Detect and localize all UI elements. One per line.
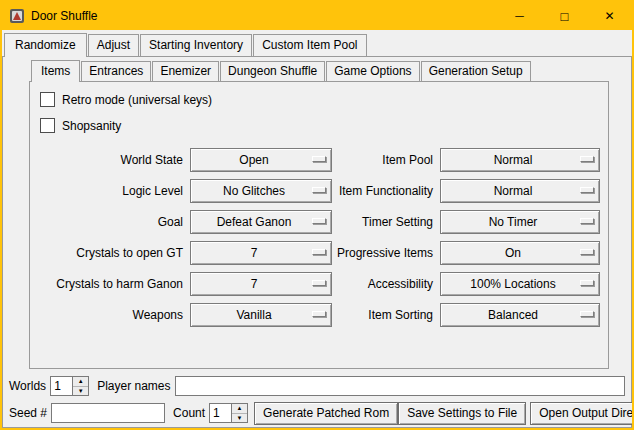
optionmenu-indicator-icon <box>580 156 594 162</box>
label-crystals-harm-ganon: Crystals to harm Ganon <box>38 277 186 291</box>
label-world-state: World State <box>38 153 186 167</box>
dropdown-value: 100% Locations <box>470 277 569 291</box>
window-controls: ─ □ ✕ <box>497 2 632 30</box>
seed-row: Seed # Count ▲ ▼ Generate Patched Rom Sa… <box>9 401 627 425</box>
dropdown-crystals-open-gt[interactable]: 7 <box>190 241 332 265</box>
checkbox-label: Retro mode (universal keys) <box>62 93 212 107</box>
count-input[interactable] <box>210 404 231 422</box>
optionmenu-indicator-icon <box>580 311 594 317</box>
seed-label: Seed # <box>9 406 47 420</box>
app-window: Door Shuffle ─ □ ✕ Randomize Adjust Star… <box>0 0 634 430</box>
main-tabbar: Randomize Adjust Starting Inventory Cust… <box>2 30 632 56</box>
dropdown-item-sorting[interactable]: Balanced <box>440 303 600 327</box>
dropdown-value: 7 <box>251 246 272 260</box>
optionmenu-indicator-icon <box>580 187 594 193</box>
titlebar[interactable]: Door Shuffle ─ □ ✕ <box>2 2 632 30</box>
label-logic-level: Logic Level <box>38 184 186 198</box>
dropdown-value: Open <box>239 153 282 167</box>
optionmenu-indicator-icon <box>312 187 326 193</box>
tab-items[interactable]: Items <box>31 60 80 82</box>
dropdown-weapons[interactable]: Vanilla <box>190 303 332 327</box>
worlds-input[interactable] <box>51 377 72 395</box>
dropdown-value: Normal <box>494 153 547 167</box>
label-item-pool: Item Pool <box>336 153 436 167</box>
tab-custom-item-pool[interactable]: Custom Item Pool <box>253 34 366 56</box>
dropdown-value: No Glitches <box>223 184 299 198</box>
optionmenu-indicator-icon <box>312 249 326 255</box>
tab-enemizer[interactable]: Enemizer <box>152 61 219 81</box>
optionmenu-indicator-icon <box>580 280 594 286</box>
worlds-label: Worlds <box>9 379 46 393</box>
dropdown-crystals-harm-ganon[interactable]: 7 <box>190 272 332 296</box>
dropdown-value: Normal <box>494 184 547 198</box>
count-label: Count <box>173 406 205 420</box>
dropdown-item-functionality[interactable]: Normal <box>440 179 600 203</box>
tab-adjust[interactable]: Adjust <box>88 34 139 56</box>
dropdown-goal[interactable]: Defeat Ganon <box>190 210 332 234</box>
checkbox-icon <box>40 92 55 107</box>
dropdown-value: Defeat Ganon <box>217 215 306 229</box>
close-icon[interactable]: ✕ <box>587 2 632 30</box>
optionmenu-indicator-icon <box>312 311 326 317</box>
inner-tabbar: Items Entrances Enemizer Dungeon Shuffle… <box>29 59 609 81</box>
tab-entrances[interactable]: Entrances <box>81 61 151 81</box>
dropdown-logic-level[interactable]: No Glitches <box>190 179 332 203</box>
label-accessibility: Accessibility <box>336 277 436 291</box>
optionmenu-indicator-icon <box>312 156 326 162</box>
worlds-stepper[interactable]: ▲ ▼ <box>50 376 89 396</box>
worlds-row: Worlds ▲ ▼ Player names <box>9 375 625 397</box>
generate-patched-rom-button[interactable]: Generate Patched Rom <box>254 402 398 425</box>
open-output-directory-button[interactable]: Open Output Directory <box>530 402 634 425</box>
label-weapons: Weapons <box>38 308 186 322</box>
player-names-label: Player names <box>97 379 170 393</box>
checkbox-icon <box>40 118 55 133</box>
player-names-input[interactable] <box>175 376 626 396</box>
dropdown-progressive-items[interactable]: On <box>440 241 600 265</box>
checkbox-retro-mode[interactable]: Retro mode (universal keys) <box>40 91 608 108</box>
tab-randomize[interactable]: Randomize <box>4 33 87 57</box>
spinner-arrows: ▲ ▼ <box>72 377 88 395</box>
minimize-icon[interactable]: ─ <box>497 2 542 30</box>
maximize-icon[interactable]: □ <box>542 2 587 30</box>
spin-up-icon[interactable]: ▲ <box>232 404 247 414</box>
items-pane: Retro mode (universal keys) Shopsanity W… <box>29 81 609 369</box>
checkbox-label: Shopsanity <box>62 119 121 133</box>
dropdown-value: Balanced <box>488 308 552 322</box>
label-goal: Goal <box>38 215 186 229</box>
window-title: Door Shuffle <box>31 9 98 23</box>
dropdown-accessibility[interactable]: 100% Locations <box>440 272 600 296</box>
options-grid: World State Open Item Pool Normal Logic … <box>38 148 608 327</box>
spinner-arrows: ▲ ▼ <box>231 404 247 422</box>
tab-generation-setup[interactable]: Generation Setup <box>421 61 531 81</box>
count-stepper[interactable]: ▲ ▼ <box>209 403 248 423</box>
optionmenu-indicator-icon <box>312 280 326 286</box>
tab-game-options[interactable]: Game Options <box>326 61 419 81</box>
dropdown-value: On <box>505 246 535 260</box>
inner-notebook: Items Entrances Enemizer Dungeon Shuffle… <box>29 59 609 369</box>
label-timer-setting: Timer Setting <box>336 215 436 229</box>
optionmenu-indicator-icon <box>580 218 594 224</box>
dropdown-world-state[interactable]: Open <box>190 148 332 172</box>
optionmenu-indicator-icon <box>580 249 594 255</box>
randomize-pane: Items Entrances Enemizer Dungeon Shuffle… <box>2 56 632 428</box>
tab-starting-inventory[interactable]: Starting Inventory <box>140 34 252 56</box>
dropdown-timer-setting[interactable]: No Timer <box>440 210 600 234</box>
label-item-functionality: Item Functionality <box>336 184 436 198</box>
label-progressive-items: Progressive Items <box>336 246 436 260</box>
app-icon <box>9 8 25 24</box>
dropdown-value: 7 <box>251 277 272 291</box>
spin-down-icon[interactable]: ▼ <box>232 414 247 423</box>
spin-down-icon[interactable]: ▼ <box>73 387 88 396</box>
optionmenu-indicator-icon <box>312 218 326 224</box>
label-item-sorting: Item Sorting <box>336 308 436 322</box>
seed-input[interactable] <box>51 403 165 423</box>
dropdown-item-pool[interactable]: Normal <box>440 148 600 172</box>
dropdown-value: Vanilla <box>236 308 285 322</box>
checkbox-shopsanity[interactable]: Shopsanity <box>40 117 608 134</box>
dropdown-value: No Timer <box>489 215 552 229</box>
spin-up-icon[interactable]: ▲ <box>73 377 88 387</box>
save-settings-button[interactable]: Save Settings to File <box>398 402 526 425</box>
tab-dungeon-shuffle[interactable]: Dungeon Shuffle <box>220 61 325 81</box>
label-crystals-open-gt: Crystals to open GT <box>38 246 186 260</box>
